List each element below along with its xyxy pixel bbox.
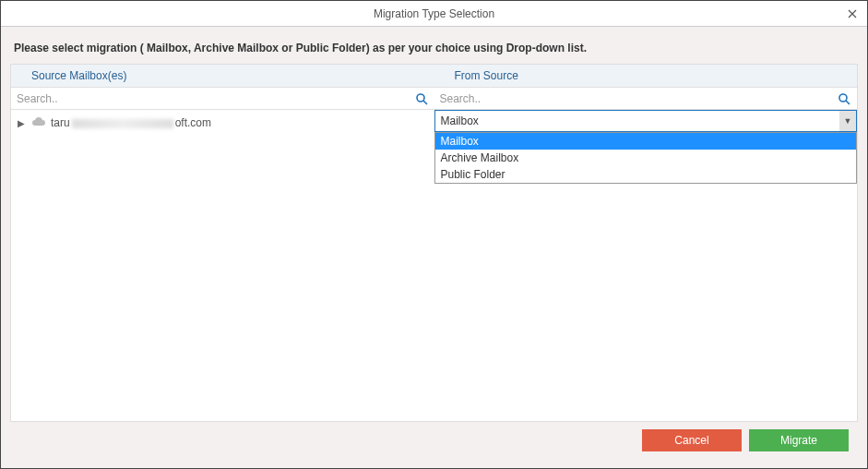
svg-point-0 xyxy=(417,94,424,102)
from-source-search-icon[interactable] xyxy=(835,90,853,108)
dropdown-selected-value: Mailbox xyxy=(435,112,840,130)
svg-line-1 xyxy=(423,101,427,104)
panels-container: Source Mailbox(es) ▶ taruoft.com xyxy=(10,64,858,422)
migration-type-dropdown: Mailbox ▼ Mailbox Archive Mailbox Public… xyxy=(434,110,858,132)
instruction-text: Please select migration ( Mailbox, Archi… xyxy=(10,36,858,64)
footer: Cancel Migrate xyxy=(10,422,858,459)
source-tree: ▶ taruoft.com xyxy=(11,110,434,421)
from-source-header: From Source xyxy=(434,65,858,88)
svg-point-2 xyxy=(839,94,847,102)
dropdown-field[interactable]: Mailbox ▼ xyxy=(434,110,858,132)
migration-dialog: Migration Type Selection Please select m… xyxy=(0,0,868,469)
from-source-search-input[interactable] xyxy=(434,89,836,109)
titlebar: Migration Type Selection xyxy=(1,1,867,27)
close-button[interactable] xyxy=(843,5,862,23)
mailbox-label: taruoft.com xyxy=(51,116,211,129)
source-search-icon[interactable] xyxy=(412,90,431,108)
source-mailbox-header: Source Mailbox(es) xyxy=(11,65,434,88)
migrate-button[interactable]: Migrate xyxy=(749,429,849,451)
dropdown-arrow-icon[interactable]: ▼ xyxy=(839,111,856,131)
source-search-input[interactable] xyxy=(11,89,412,109)
expand-icon[interactable]: ▶ xyxy=(17,118,26,127)
dropdown-option-archive[interactable]: Archive Mailbox xyxy=(435,150,857,166)
dropdown-option-mailbox[interactable]: Mailbox xyxy=(435,133,857,150)
dialog-title: Migration Type Selection xyxy=(374,7,494,20)
close-icon xyxy=(848,9,857,18)
dialog-content: Please select migration ( Mailbox, Archi… xyxy=(1,27,867,468)
mailbox-tree-item[interactable]: ▶ taruoft.com xyxy=(11,114,434,132)
source-search-row xyxy=(11,88,434,110)
dropdown-list: Mailbox Archive Mailbox Public Folder xyxy=(434,132,858,184)
cloud-icon xyxy=(31,116,46,129)
svg-line-3 xyxy=(846,101,850,104)
cancel-button[interactable]: Cancel xyxy=(642,429,742,451)
source-mailbox-panel: Source Mailbox(es) ▶ taruoft.com xyxy=(11,65,434,421)
from-source-panel: From Source Mailbox ▼ Mailbox Archive Ma… xyxy=(434,65,858,421)
dropdown-option-public-folder[interactable]: Public Folder xyxy=(435,166,857,183)
from-source-search-row xyxy=(434,88,858,110)
